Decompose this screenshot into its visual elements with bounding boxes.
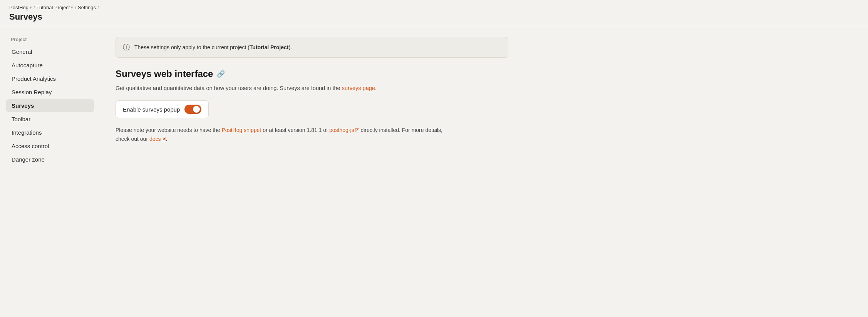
sidebar-item-autocapture[interactable]: Autocapture: [6, 59, 94, 72]
info-banner-project-name: Tutorial Project: [250, 44, 289, 50]
breadcrumb-brand-label: PostHog: [9, 5, 28, 10]
posthog-js-external-icon: [355, 128, 359, 132]
sidebar-item-access-control[interactable]: Access control: [6, 140, 94, 152]
breadcrumb-sep-3: /: [97, 5, 99, 10]
note-between: or at least version 1.81.1 of: [261, 127, 329, 133]
note-text: Please note your website needs to have t…: [116, 126, 447, 143]
info-banner-text: These settings only apply to the current…: [134, 44, 292, 50]
posthog-snippet-link[interactable]: PostHog snippet: [222, 127, 261, 133]
sidebar-item-session-replay[interactable]: Session Replay: [6, 86, 94, 98]
breadcrumb-sep-1: /: [34, 5, 35, 10]
posthog-js-link[interactable]: posthog-js: [329, 127, 359, 133]
note-before-link1: Please note your website needs to have t…: [116, 127, 222, 133]
section-title-text: Surveys web interface: [116, 68, 213, 79]
breadcrumb-settings[interactable]: Settings: [78, 5, 96, 10]
sidebar-section-label: Project: [6, 37, 94, 42]
sidebar-item-general[interactable]: General: [6, 45, 94, 58]
info-banner: ⓘ These settings only apply to the curre…: [116, 37, 508, 58]
sidebar-item-integrations[interactable]: Integrations: [6, 126, 94, 139]
description-after-link: .: [375, 85, 377, 91]
breadcrumb-project[interactable]: Tutorial Project ▾: [37, 5, 74, 10]
breadcrumb-settings-label: Settings: [78, 5, 96, 10]
sidebar-item-toolbar[interactable]: Toolbar: [6, 113, 94, 125]
toggle-label: Enable surveys popup: [123, 106, 180, 113]
sidebar-item-surveys[interactable]: Surveys: [6, 99, 94, 112]
breadcrumb: PostHog ▾ / Tutorial Project ▾ / Setting…: [9, 5, 859, 10]
section-description: Get qualitative and quantitative data on…: [116, 84, 508, 93]
breadcrumb-project-label: Tutorial Project: [37, 5, 70, 10]
breadcrumb-project-chevron: ▾: [71, 5, 73, 10]
layout: Project General Autocapture Product Anal…: [0, 26, 868, 316]
breadcrumb-brand-chevron: ▾: [30, 5, 32, 10]
main-content: ⓘ These settings only apply to the curre…: [100, 26, 524, 316]
description-before-link: Get qualitative and quantitative data on…: [116, 85, 342, 91]
breadcrumb-sep-2: /: [75, 5, 76, 10]
note-end: .: [166, 136, 168, 142]
page-title: Surveys: [9, 12, 859, 22]
toggle-row: Enable surveys popup: [116, 100, 209, 118]
docs-external-icon: [162, 137, 166, 141]
sidebar-item-danger-zone[interactable]: Danger zone: [6, 153, 94, 166]
link-anchor-icon[interactable]: 🔗: [217, 70, 225, 78]
surveys-page-link[interactable]: surveys page: [342, 85, 375, 91]
breadcrumb-posthog[interactable]: PostHog ▾: [9, 5, 32, 10]
toggle-track: [184, 105, 201, 114]
sidebar: Project General Autocapture Product Anal…: [0, 26, 100, 316]
enable-surveys-popup-toggle[interactable]: [184, 105, 201, 114]
header: PostHog ▾ / Tutorial Project ▾ / Setting…: [0, 0, 868, 26]
docs-link[interactable]: docs: [149, 136, 166, 142]
sidebar-item-product-analytics[interactable]: Product Analytics: [6, 72, 94, 85]
toggle-thumb: [193, 106, 200, 113]
section-title: Surveys web interface 🔗: [116, 68, 508, 79]
info-icon: ⓘ: [123, 43, 130, 52]
